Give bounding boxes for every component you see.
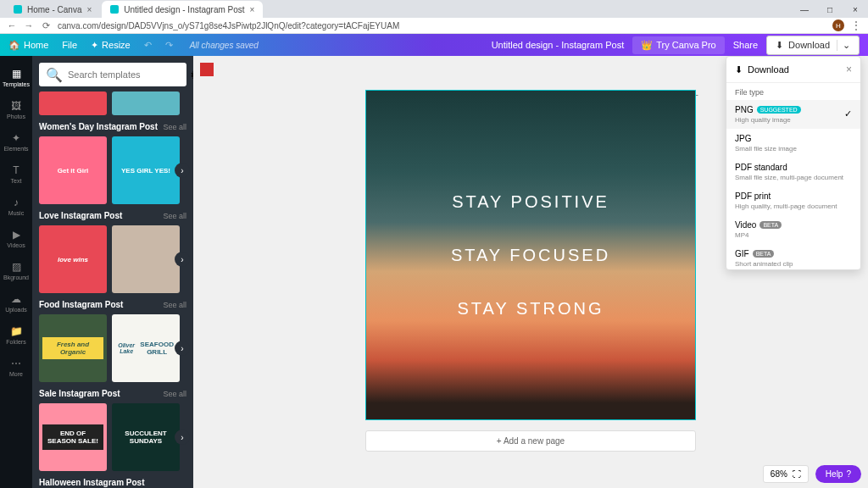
tab-title: Home - Canva <box>27 5 81 14</box>
folders-icon: 📁 <box>10 325 22 337</box>
section-title: Food Instagram Post <box>39 300 123 309</box>
background-icon: ▨ <box>10 261 22 273</box>
file-type-option-pdf-standard[interactable]: PDF standard Small file size, multi-page… <box>726 158 860 186</box>
file-type-label: File type <box>726 83 860 100</box>
redo-icon[interactable]: ↷ <box>165 40 173 51</box>
see-all-link[interactable]: See all <box>163 301 186 309</box>
close-icon[interactable]: × <box>250 5 255 14</box>
help-button[interactable]: Help? <box>815 465 861 483</box>
download-icon: ⬇ <box>735 64 743 75</box>
file-type-option-jpg[interactable]: JPG Small file size image <box>726 129 860 158</box>
menu-icon[interactable]: ⋮ <box>851 19 861 31</box>
minimize-button[interactable]: — <box>792 0 817 19</box>
canvas-text-line[interactable]: STAY STRONG <box>457 299 604 319</box>
check-icon: ✓ <box>844 108 852 119</box>
maximize-button[interactable]: □ <box>817 0 843 19</box>
template-card[interactable]: love wins <box>39 225 107 293</box>
file-type-option-video[interactable]: VideoBETA MP4 <box>726 215 860 244</box>
topbar-right: Untitled design - Instagram Post 👑 Try C… <box>492 36 860 55</box>
zoom-control[interactable]: 68%⛶ <box>763 465 809 483</box>
rail-photos[interactable]: 🖼Photos <box>1 95 31 124</box>
resize-button[interactable]: ✦ Resize <box>91 40 131 51</box>
canvas-text-line[interactable]: STAY POSITIVE <box>452 192 609 212</box>
uploads-icon: ☁ <box>10 293 22 305</box>
canva-favicon <box>14 5 22 14</box>
rail-background[interactable]: ▨Bkground <box>1 256 31 285</box>
address-bar: ← → ⟳ canva.com/design/DAD5VVjns_o/yS71g… <box>0 18 868 33</box>
download-button[interactable]: ⬇ Download ⌄ <box>766 36 860 55</box>
template-card[interactable] <box>112 92 180 115</box>
download-panel: ⬇Download × File type PNGSUGGESTED High … <box>726 56 861 270</box>
template-card[interactable] <box>112 225 180 293</box>
url-text[interactable]: canva.com/design/DAD5VVjns_o/yS71g8se4Js… <box>58 21 826 30</box>
template-section: Food Instagram PostSee all Fresh and Org… <box>39 300 186 382</box>
file-menu[interactable]: File <box>62 40 77 50</box>
browser-tab[interactable]: Home - Canva × <box>5 1 100 18</box>
templates-icon: ▦ <box>10 68 22 80</box>
see-all-link[interactable]: See all <box>163 390 186 398</box>
undo-icon[interactable]: ↶ <box>144 40 152 51</box>
rail-music[interactable]: ♪Music <box>1 191 31 220</box>
home-button[interactable]: 🏠 Home <box>8 40 48 51</box>
profile-avatar[interactable]: H <box>832 19 844 31</box>
side-rail: ▦Templates 🖼Photos ✦Elements TText ♪Musi… <box>0 56 32 488</box>
browser-tab-active[interactable]: Untitled design - Instagram Post × <box>102 1 263 18</box>
close-icon[interactable]: × <box>846 64 852 75</box>
try-pro-button[interactable]: 👑 Try Canva Pro <box>632 36 725 54</box>
canvas-text-line[interactable]: STAY FOCUSED <box>451 246 610 265</box>
chevron-down-icon[interactable]: ⌄ <box>837 40 850 51</box>
template-card[interactable]: Fresh and Organic <box>39 314 107 382</box>
close-icon[interactable]: × <box>86 5 92 14</box>
download-panel-header: ⬇Download × <box>726 57 860 83</box>
section-title: Women's Day Instagram Post <box>39 122 158 131</box>
forward-icon[interactable]: → <box>24 20 34 30</box>
template-section: Sale Instagram PostSee all END OF SEASON… <box>39 389 186 471</box>
next-arrow-icon[interactable]: › <box>175 430 190 445</box>
rail-uploads[interactable]: ☁Uploads <box>1 288 31 317</box>
rail-folders[interactable]: 📁Folders <box>1 320 31 349</box>
topbar-left: 🏠 Home File ✦ Resize ↶ ↷ <box>8 40 173 51</box>
next-arrow-icon[interactable]: › <box>175 252 190 267</box>
design-canvas[interactable]: STAY POSITIVE STAY FOCUSED STAY STRONG <box>365 90 696 420</box>
file-type-option-png[interactable]: PNGSUGGESTED High quality image ✓ <box>726 100 860 129</box>
template-card[interactable]: YES GIRL YES! <box>112 136 180 204</box>
fullscreen-icon[interactable]: ⛶ <box>793 469 801 479</box>
next-arrow-icon[interactable]: › <box>175 341 190 356</box>
search-icon: 🔍 <box>46 67 63 83</box>
search-input[interactable] <box>68 69 185 80</box>
back-icon[interactable]: ← <box>7 20 17 30</box>
next-arrow-icon[interactable]: › <box>175 163 190 178</box>
browser-chrome: Home - Canva × Untitled design - Instagr… <box>0 0 868 34</box>
see-all-link[interactable]: See all <box>163 123 186 131</box>
music-icon: ♪ <box>10 197 22 208</box>
see-all-link[interactable]: See all <box>163 212 186 220</box>
document-title[interactable]: Untitled design - Instagram Post <box>492 40 625 50</box>
photos-icon: 🖼 <box>10 100 22 112</box>
bottom-controls: 68%⛶ Help? <box>763 465 861 483</box>
reload-icon[interactable]: ⟳ <box>41 20 51 30</box>
file-type-option-gif[interactable]: GIFBETA Short animated clip <box>726 244 860 269</box>
help-icon: ? <box>846 469 851 479</box>
file-type-option-pdf-print[interactable]: PDF print High quality, multi-page docum… <box>726 186 860 215</box>
template-card[interactable]: Oliver LakeSEAFOOD GRILL <box>112 314 180 382</box>
close-button[interactable]: × <box>843 0 868 19</box>
rail-text[interactable]: TText <box>1 159 31 188</box>
template-card[interactable]: Get it Girl <box>39 136 107 204</box>
text-icon: T <box>10 164 22 176</box>
rail-templates[interactable]: ▦Templates <box>1 63 31 92</box>
template-card[interactable]: SUCCULENT SUNDAYS <box>112 403 180 471</box>
section-title: Sale Instagram Post <box>39 389 120 398</box>
rail-elements[interactable]: ✦Elements <box>1 127 31 156</box>
rail-videos[interactable]: ▶Videos <box>1 224 31 252</box>
templates-panel: 🔍 ⚙ Women's Day Instagram PostSee all Ge… <box>32 56 193 488</box>
template-card[interactable] <box>39 92 107 115</box>
window-controls: — □ × <box>792 0 868 19</box>
rail-more[interactable]: ⋯More <box>1 352 31 381</box>
template-section: Women's Day Instagram PostSee all Get it… <box>39 122 186 204</box>
add-page-button[interactable]: + Add a new page <box>365 430 696 452</box>
download-icon: ⬇ <box>776 40 783 51</box>
template-card[interactable]: END OF SEASON SALE! <box>39 403 107 471</box>
color-swatch[interactable] <box>200 63 214 76</box>
share-button[interactable]: Share <box>733 40 758 50</box>
template-section: Love Instagram PostSee all love wins › <box>39 211 186 293</box>
